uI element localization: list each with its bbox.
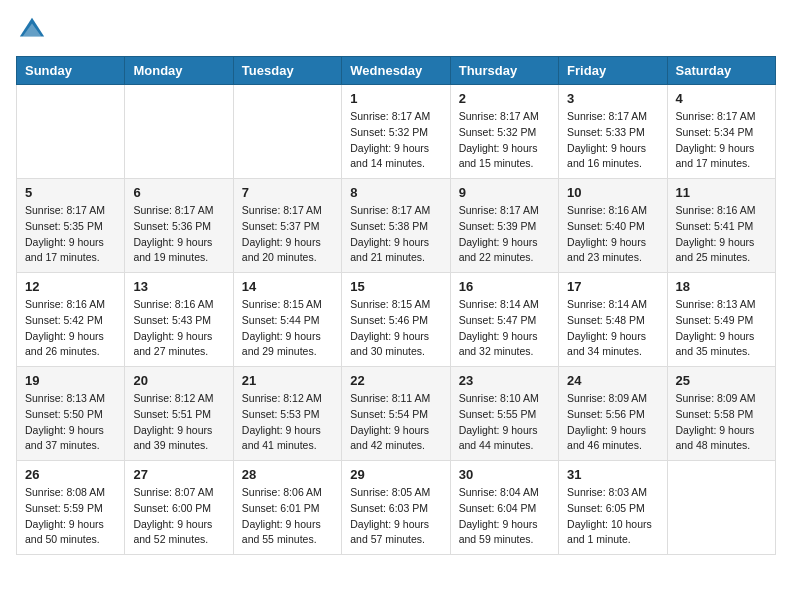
calendar-cell: 7Sunrise: 8:17 AMSunset: 5:37 PMDaylight… bbox=[233, 179, 341, 273]
day-info: Sunrise: 8:17 AMSunset: 5:34 PMDaylight:… bbox=[676, 109, 767, 172]
day-info: Sunrise: 8:03 AMSunset: 6:05 PMDaylight:… bbox=[567, 485, 658, 548]
calendar-week-row: 26Sunrise: 8:08 AMSunset: 5:59 PMDayligh… bbox=[17, 461, 776, 555]
day-number: 27 bbox=[133, 467, 224, 482]
calendar-table: SundayMondayTuesdayWednesdayThursdayFrid… bbox=[16, 56, 776, 555]
calendar-cell: 28Sunrise: 8:06 AMSunset: 6:01 PMDayligh… bbox=[233, 461, 341, 555]
day-info: Sunrise: 8:17 AMSunset: 5:36 PMDaylight:… bbox=[133, 203, 224, 266]
day-info: Sunrise: 8:15 AMSunset: 5:46 PMDaylight:… bbox=[350, 297, 441, 360]
weekday-header-friday: Friday bbox=[559, 57, 667, 85]
day-number: 23 bbox=[459, 373, 550, 388]
calendar-cell: 13Sunrise: 8:16 AMSunset: 5:43 PMDayligh… bbox=[125, 273, 233, 367]
day-number: 24 bbox=[567, 373, 658, 388]
day-number: 31 bbox=[567, 467, 658, 482]
calendar-cell: 12Sunrise: 8:16 AMSunset: 5:42 PMDayligh… bbox=[17, 273, 125, 367]
day-number: 14 bbox=[242, 279, 333, 294]
calendar-cell: 1Sunrise: 8:17 AMSunset: 5:32 PMDaylight… bbox=[342, 85, 450, 179]
day-number: 17 bbox=[567, 279, 658, 294]
calendar-cell: 17Sunrise: 8:14 AMSunset: 5:48 PMDayligh… bbox=[559, 273, 667, 367]
day-number: 9 bbox=[459, 185, 550, 200]
logo-icon bbox=[18, 16, 46, 44]
calendar-cell: 19Sunrise: 8:13 AMSunset: 5:50 PMDayligh… bbox=[17, 367, 125, 461]
calendar-cell: 4Sunrise: 8:17 AMSunset: 5:34 PMDaylight… bbox=[667, 85, 775, 179]
calendar-week-row: 12Sunrise: 8:16 AMSunset: 5:42 PMDayligh… bbox=[17, 273, 776, 367]
weekday-header-saturday: Saturday bbox=[667, 57, 775, 85]
day-info: Sunrise: 8:05 AMSunset: 6:03 PMDaylight:… bbox=[350, 485, 441, 548]
page-header bbox=[16, 16, 776, 44]
logo bbox=[16, 16, 48, 44]
calendar-cell: 21Sunrise: 8:12 AMSunset: 5:53 PMDayligh… bbox=[233, 367, 341, 461]
calendar-cell: 15Sunrise: 8:15 AMSunset: 5:46 PMDayligh… bbox=[342, 273, 450, 367]
day-info: Sunrise: 8:17 AMSunset: 5:35 PMDaylight:… bbox=[25, 203, 116, 266]
day-number: 18 bbox=[676, 279, 767, 294]
day-info: Sunrise: 8:06 AMSunset: 6:01 PMDaylight:… bbox=[242, 485, 333, 548]
calendar-cell: 24Sunrise: 8:09 AMSunset: 5:56 PMDayligh… bbox=[559, 367, 667, 461]
weekday-header-tuesday: Tuesday bbox=[233, 57, 341, 85]
day-number: 7 bbox=[242, 185, 333, 200]
day-number: 4 bbox=[676, 91, 767, 106]
calendar-cell: 31Sunrise: 8:03 AMSunset: 6:05 PMDayligh… bbox=[559, 461, 667, 555]
day-number: 6 bbox=[133, 185, 224, 200]
day-info: Sunrise: 8:14 AMSunset: 5:47 PMDaylight:… bbox=[459, 297, 550, 360]
calendar-cell bbox=[667, 461, 775, 555]
weekday-header-sunday: Sunday bbox=[17, 57, 125, 85]
day-info: Sunrise: 8:17 AMSunset: 5:32 PMDaylight:… bbox=[350, 109, 441, 172]
day-info: Sunrise: 8:14 AMSunset: 5:48 PMDaylight:… bbox=[567, 297, 658, 360]
calendar-cell: 8Sunrise: 8:17 AMSunset: 5:38 PMDaylight… bbox=[342, 179, 450, 273]
day-info: Sunrise: 8:10 AMSunset: 5:55 PMDaylight:… bbox=[459, 391, 550, 454]
day-number: 25 bbox=[676, 373, 767, 388]
weekday-header-wednesday: Wednesday bbox=[342, 57, 450, 85]
day-info: Sunrise: 8:08 AMSunset: 5:59 PMDaylight:… bbox=[25, 485, 116, 548]
day-info: Sunrise: 8:07 AMSunset: 6:00 PMDaylight:… bbox=[133, 485, 224, 548]
calendar-week-row: 19Sunrise: 8:13 AMSunset: 5:50 PMDayligh… bbox=[17, 367, 776, 461]
day-number: 11 bbox=[676, 185, 767, 200]
day-number: 8 bbox=[350, 185, 441, 200]
day-info: Sunrise: 8:09 AMSunset: 5:58 PMDaylight:… bbox=[676, 391, 767, 454]
weekday-header-row: SundayMondayTuesdayWednesdayThursdayFrid… bbox=[17, 57, 776, 85]
weekday-header-thursday: Thursday bbox=[450, 57, 558, 85]
day-number: 2 bbox=[459, 91, 550, 106]
day-info: Sunrise: 8:15 AMSunset: 5:44 PMDaylight:… bbox=[242, 297, 333, 360]
weekday-header-monday: Monday bbox=[125, 57, 233, 85]
day-info: Sunrise: 8:17 AMSunset: 5:37 PMDaylight:… bbox=[242, 203, 333, 266]
calendar-week-row: 1Sunrise: 8:17 AMSunset: 5:32 PMDaylight… bbox=[17, 85, 776, 179]
calendar-cell: 2Sunrise: 8:17 AMSunset: 5:32 PMDaylight… bbox=[450, 85, 558, 179]
day-number: 30 bbox=[459, 467, 550, 482]
calendar-cell: 9Sunrise: 8:17 AMSunset: 5:39 PMDaylight… bbox=[450, 179, 558, 273]
calendar-cell: 18Sunrise: 8:13 AMSunset: 5:49 PMDayligh… bbox=[667, 273, 775, 367]
day-number: 10 bbox=[567, 185, 658, 200]
calendar-cell: 16Sunrise: 8:14 AMSunset: 5:47 PMDayligh… bbox=[450, 273, 558, 367]
day-number: 21 bbox=[242, 373, 333, 388]
day-info: Sunrise: 8:12 AMSunset: 5:53 PMDaylight:… bbox=[242, 391, 333, 454]
calendar-cell: 6Sunrise: 8:17 AMSunset: 5:36 PMDaylight… bbox=[125, 179, 233, 273]
day-info: Sunrise: 8:12 AMSunset: 5:51 PMDaylight:… bbox=[133, 391, 224, 454]
day-info: Sunrise: 8:11 AMSunset: 5:54 PMDaylight:… bbox=[350, 391, 441, 454]
calendar-week-row: 5Sunrise: 8:17 AMSunset: 5:35 PMDaylight… bbox=[17, 179, 776, 273]
day-info: Sunrise: 8:13 AMSunset: 5:50 PMDaylight:… bbox=[25, 391, 116, 454]
day-info: Sunrise: 8:17 AMSunset: 5:33 PMDaylight:… bbox=[567, 109, 658, 172]
day-number: 12 bbox=[25, 279, 116, 294]
calendar-cell: 3Sunrise: 8:17 AMSunset: 5:33 PMDaylight… bbox=[559, 85, 667, 179]
calendar-cell bbox=[125, 85, 233, 179]
day-info: Sunrise: 8:16 AMSunset: 5:41 PMDaylight:… bbox=[676, 203, 767, 266]
calendar-cell: 26Sunrise: 8:08 AMSunset: 5:59 PMDayligh… bbox=[17, 461, 125, 555]
day-number: 29 bbox=[350, 467, 441, 482]
day-number: 20 bbox=[133, 373, 224, 388]
day-info: Sunrise: 8:17 AMSunset: 5:38 PMDaylight:… bbox=[350, 203, 441, 266]
day-number: 28 bbox=[242, 467, 333, 482]
day-number: 15 bbox=[350, 279, 441, 294]
calendar-cell: 14Sunrise: 8:15 AMSunset: 5:44 PMDayligh… bbox=[233, 273, 341, 367]
day-info: Sunrise: 8:04 AMSunset: 6:04 PMDaylight:… bbox=[459, 485, 550, 548]
day-info: Sunrise: 8:16 AMSunset: 5:43 PMDaylight:… bbox=[133, 297, 224, 360]
calendar-cell: 23Sunrise: 8:10 AMSunset: 5:55 PMDayligh… bbox=[450, 367, 558, 461]
day-number: 3 bbox=[567, 91, 658, 106]
day-info: Sunrise: 8:09 AMSunset: 5:56 PMDaylight:… bbox=[567, 391, 658, 454]
calendar-cell bbox=[233, 85, 341, 179]
calendar-cell: 10Sunrise: 8:16 AMSunset: 5:40 PMDayligh… bbox=[559, 179, 667, 273]
day-number: 19 bbox=[25, 373, 116, 388]
day-number: 22 bbox=[350, 373, 441, 388]
day-number: 13 bbox=[133, 279, 224, 294]
day-number: 1 bbox=[350, 91, 441, 106]
day-info: Sunrise: 8:16 AMSunset: 5:42 PMDaylight:… bbox=[25, 297, 116, 360]
day-info: Sunrise: 8:17 AMSunset: 5:39 PMDaylight:… bbox=[459, 203, 550, 266]
calendar-cell: 11Sunrise: 8:16 AMSunset: 5:41 PMDayligh… bbox=[667, 179, 775, 273]
